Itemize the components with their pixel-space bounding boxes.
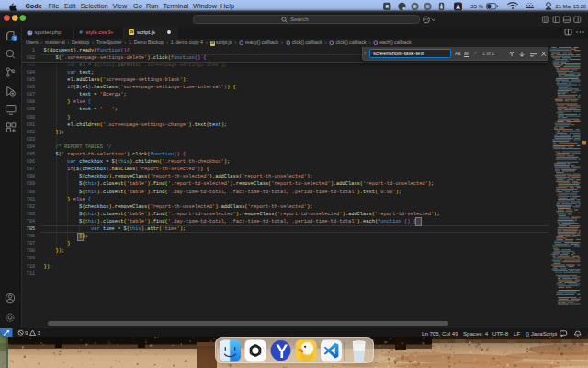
svg-text:A: A xyxy=(456,4,460,10)
svg-text:35 %: 35 % xyxy=(470,3,484,9)
svg-text:21 Mar 15:28: 21 Mar 15:28 xyxy=(555,4,586,9)
svg-text:1: 1 xyxy=(13,35,16,40)
svg-text:9: 9 xyxy=(25,329,28,336)
svg-text:3: 3 xyxy=(37,329,40,336)
